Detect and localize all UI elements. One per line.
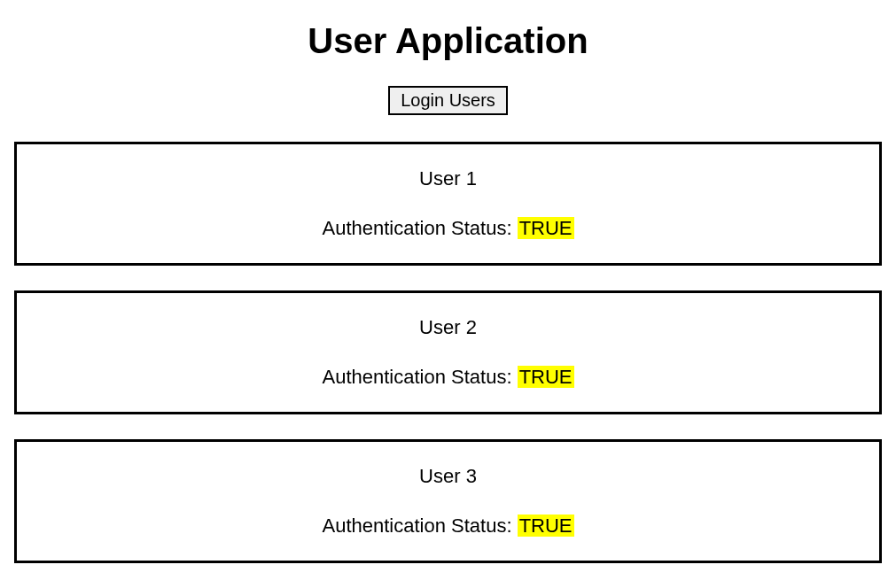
user-card: User 1 Authentication Status: TRUE	[14, 142, 882, 266]
user-name: User 3	[35, 465, 861, 488]
login-button-container: Login Users	[9, 86, 887, 115]
auth-status-line: Authentication Status: TRUE	[35, 514, 861, 538]
auth-status-value: TRUE	[518, 217, 574, 239]
page-title: User Application	[9, 21, 887, 61]
user-name: User 2	[35, 316, 861, 339]
user-card: User 3 Authentication Status: TRUE	[14, 439, 882, 563]
auth-status-value: TRUE	[518, 366, 574, 388]
auth-status-line: Authentication Status: TRUE	[35, 217, 861, 240]
user-name: User 1	[35, 167, 861, 190]
auth-status-label: Authentication Status:	[322, 366, 511, 388]
auth-status-label: Authentication Status:	[322, 514, 511, 537]
user-card: User 2 Authentication Status: TRUE	[14, 290, 882, 414]
auth-status-line: Authentication Status: TRUE	[35, 366, 861, 389]
login-users-button[interactable]: Login Users	[388, 86, 508, 115]
auth-status-label: Authentication Status:	[322, 217, 511, 239]
auth-status-value: TRUE	[518, 514, 574, 537]
